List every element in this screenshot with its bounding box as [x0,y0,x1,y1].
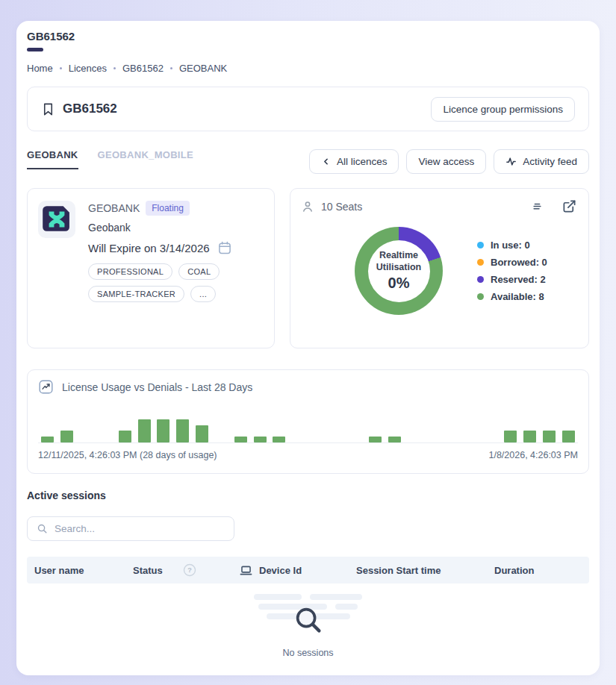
module-tags: PROFESSIONAL COAL SAMPLE-TRACKER ... [88,263,264,302]
legend-reserved: Reserved: 2 [477,274,547,285]
tab-geobank[interactable]: GEOBANK [27,149,78,169]
legend-in-use: In use: 0 [477,240,547,251]
usage-bar-slot [366,401,385,442]
external-link-icon[interactable] [561,198,578,215]
person-icon [301,200,314,213]
tag-professional[interactable]: PROFESSIONAL [88,263,172,280]
svg-text:?: ? [187,566,192,574]
page-title: GB61562 [27,21,589,43]
donut-value: 0% [388,275,410,292]
legend-dot-reserved [477,276,484,283]
breadcrumb-gb61562[interactable]: GB61562 [122,63,164,74]
usage-start-date: 12/11/2025, 4:26:03 PM (28 days of usage… [38,450,217,460]
title-underline [27,48,43,51]
laptop-icon [239,563,253,578]
usage-bar [369,437,382,442]
usage-bar-slot [443,401,462,442]
breadcrumb-licences[interactable]: Licences [69,63,107,74]
usage-chart-card: License Usage vs Denials - Last 28 Days … [27,369,589,474]
view-access-button[interactable]: View access [406,149,486,174]
column-status: Status [133,565,182,576]
licence-group-title: GB61562 [63,101,117,116]
usage-bar-slot [173,401,193,442]
active-sessions-heading: Active sessions [27,489,589,501]
donut-label-line2: Utilisation [376,262,421,274]
view-access-label: View access [418,156,474,167]
activity-feed-button[interactable]: Activity feed [494,149,589,174]
activity-feed-label: Activity feed [523,156,577,167]
product-name: GEOBANK [88,202,140,214]
empty-illustration [243,594,374,636]
legend-label-available: Available: 8 [491,291,544,302]
donut-center: Realtime Utilisation 0% [368,240,430,302]
cards-row: GEOBANK Floating Geobank Will Expire on … [27,188,589,348]
usage-bar [543,431,556,442]
usage-bar-slot [405,401,424,442]
usage-bar-slot [559,401,578,442]
breadcrumb-home[interactable]: Home [27,63,53,74]
breadcrumb-separator [60,67,62,69]
chevron-left-icon [321,157,331,166]
usage-bar-slot [540,401,559,442]
search-icon [37,523,48,534]
usage-bar-slot [270,401,289,442]
breadcrumb-separator [170,67,172,69]
column-session-start-time: Session Start time [356,565,494,576]
breadcrumb-geobank: GEOBANK [179,63,227,74]
sessions-search[interactable] [27,516,234,541]
column-duration: Duration [494,565,582,576]
usage-bar [523,431,536,442]
usage-bar-slot [193,401,212,442]
magnifier-icon [291,603,326,640]
usage-bar-slot [115,401,134,442]
all-licences-label: All licences [337,156,388,167]
tag-sample-tracker[interactable]: SAMPLE-TRACKER [88,286,184,302]
seats-title: 10 Seats [321,201,362,213]
usage-bar [562,431,575,442]
search-input[interactable] [55,523,225,534]
tabs-row: GEOBANK GEOBANK_MOBILE All licences View… [27,149,589,174]
tag-more[interactable]: ... [190,286,216,302]
licence-group-permissions-button[interactable]: Licence group permissions [431,97,575,122]
usage-bar-slot [154,401,173,442]
usage-bar-slot [77,401,96,442]
column-device-id: Device Id [239,563,356,578]
product-subtitle: Geobank [88,222,264,234]
usage-bar-slot [327,401,346,442]
activity-icon [505,156,517,167]
status-help-icon[interactable]: ? [182,563,239,578]
usage-bar-slot [346,401,366,442]
usage-bar [176,419,189,442]
usage-bar-slot [289,401,308,442]
legend-dot-available [477,293,484,300]
usage-bar [138,419,151,442]
usage-bar-slot [134,401,154,442]
usage-bar-slot [462,401,482,442]
tab-geobank-mobile[interactable]: GEOBANK_MOBILE [98,149,193,168]
column-user-name: User name [34,565,133,576]
usage-bar [196,425,208,442]
breadcrumb-separator [113,67,116,69]
usage-bars [38,401,578,443]
usage-bar-slot [231,401,250,442]
geobank-logo-icon [38,201,75,238]
chart-menu-icon[interactable] [530,199,544,213]
empty-state: No sessions [27,594,589,658]
usage-bar [234,437,247,442]
usage-bar-slot [38,401,57,442]
all-licences-button[interactable]: All licences [309,149,399,174]
tag-coal[interactable]: COAL [178,263,220,280]
legend-borrowed: Borrowed: 0 [477,257,547,268]
legend-dot-borrowed [477,259,484,266]
usage-end-date: 1/8/2026, 4:26:03 PM [488,450,578,460]
usage-bar [504,431,517,442]
seats-card: 10 Seats Realtime Utilisation 0% [290,188,589,348]
toolbar: All licences View access Activity feed [309,149,589,174]
realtime-utilisation-donut: Realtime Utilisation 0% [355,227,443,315]
usage-bar [254,437,267,442]
line-chart-icon [38,379,54,395]
no-sessions-text: No sessions [27,648,589,658]
legend-dot-in-use [477,242,484,248]
legend-label-in-use: In use: 0 [491,240,530,251]
product-info: GEOBANK Floating Geobank Will Expire on … [88,201,264,302]
